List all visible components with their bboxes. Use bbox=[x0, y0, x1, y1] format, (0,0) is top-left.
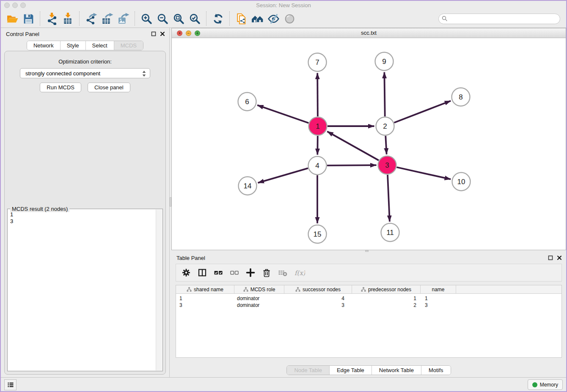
graph-node-label: 4 bbox=[315, 162, 319, 170]
search-input[interactable] bbox=[438, 14, 560, 24]
tab-edge-table[interactable]: Edge Table bbox=[329, 366, 372, 375]
tab-style[interactable]: Style bbox=[60, 41, 85, 50]
window-minimize-button[interactable] bbox=[12, 3, 18, 8]
table-panel-float-button[interactable] bbox=[548, 255, 553, 260]
graph-node[interactable]: 8 bbox=[452, 88, 470, 106]
table-cell[interactable]: 1 bbox=[176, 295, 234, 302]
import-table-button[interactable] bbox=[60, 11, 76, 27]
column-header-successor-nodes[interactable]: successor nodes bbox=[284, 285, 352, 293]
network-zoom-button[interactable]: + bbox=[195, 30, 200, 36]
window-zoom-button[interactable] bbox=[20, 3, 26, 8]
column-header-predecessor-nodes[interactable]: predecessor nodes bbox=[352, 285, 421, 293]
table-cell[interactable]: 3 bbox=[176, 302, 234, 309]
import-network-button[interactable] bbox=[44, 11, 60, 27]
tab-network-table[interactable]: Network Table bbox=[372, 366, 421, 375]
network-close-button[interactable]: × bbox=[177, 30, 182, 36]
export-network-button[interactable] bbox=[83, 11, 99, 27]
graph-edge[interactable] bbox=[385, 136, 386, 155]
window-title: Session: New Session bbox=[1, 1, 566, 10]
graph-edge[interactable] bbox=[258, 168, 308, 182]
table-cell[interactable]: dominator bbox=[234, 302, 284, 309]
graph-node[interactable]: 15 bbox=[308, 225, 327, 243]
graph-edge[interactable] bbox=[394, 101, 451, 123]
graph-edge[interactable] bbox=[327, 165, 377, 166]
result-item[interactable]: 3 bbox=[10, 218, 154, 225]
memory-button[interactable]: Memory bbox=[528, 379, 563, 390]
clone-network-button[interactable] bbox=[233, 11, 249, 27]
tab-motifs[interactable]: Motifs bbox=[421, 366, 451, 375]
hide-network-button[interactable] bbox=[265, 11, 281, 27]
tab-node-table[interactable]: Node Table bbox=[287, 366, 329, 375]
column-header-shared-name[interactable]: shared name bbox=[176, 285, 234, 293]
menu-list-button[interactable] bbox=[4, 379, 17, 390]
table-panel-close-button[interactable] bbox=[557, 255, 562, 260]
zoom-in-button[interactable] bbox=[138, 11, 154, 27]
fx-button[interactable]: f(x) bbox=[294, 268, 305, 277]
tab-network[interactable]: Network bbox=[27, 41, 60, 50]
import-network-icon bbox=[46, 13, 58, 25]
graph-edge[interactable] bbox=[384, 72, 385, 116]
control-panel-tab-bar: NetworkStyleSelectMCDS bbox=[27, 41, 143, 50]
add-column-button[interactable] bbox=[246, 268, 255, 277]
control-panel-float-button[interactable] bbox=[151, 31, 156, 36]
table-cell[interactable]: 1 bbox=[352, 295, 421, 302]
graph-node[interactable]: 6 bbox=[238, 93, 256, 111]
open-session-button[interactable] bbox=[4, 11, 20, 27]
zoom-selected-button[interactable] bbox=[187, 11, 203, 27]
optimization-criterion-select[interactable]: strongly connected component bbox=[20, 68, 150, 78]
gear-button[interactable] bbox=[182, 268, 191, 277]
delete-table-button[interactable] bbox=[278, 268, 287, 277]
graph-node-label: 10 bbox=[457, 178, 465, 186]
table-cell[interactable]: 4 bbox=[284, 295, 352, 302]
delete-column-button[interactable] bbox=[262, 268, 271, 277]
table-row[interactable]: 3dominator323 bbox=[176, 302, 561, 309]
zoom-fit-button[interactable] bbox=[171, 11, 187, 27]
graph-edge[interactable] bbox=[388, 175, 390, 222]
table-cell[interactable]: 3 bbox=[284, 302, 352, 309]
graph-node[interactable]: 1 bbox=[309, 117, 327, 135]
tab-mcds[interactable]: MCDS bbox=[114, 41, 143, 50]
graph-node[interactable]: 9 bbox=[375, 52, 394, 71]
tab-select[interactable]: Select bbox=[85, 41, 114, 50]
table-cell[interactable]: 1 bbox=[421, 295, 456, 302]
graph-node-label: 11 bbox=[386, 229, 394, 237]
graph-node[interactable]: 2 bbox=[376, 117, 394, 135]
columns-button[interactable] bbox=[198, 268, 207, 277]
save-session-button[interactable] bbox=[20, 11, 36, 27]
graph-node[interactable]: 11 bbox=[381, 224, 399, 242]
node-table: shared nameMCDS rolesuccessor nodesprede… bbox=[176, 285, 562, 358]
toolbar-separator bbox=[206, 11, 206, 26]
select-all-button[interactable] bbox=[214, 268, 223, 277]
table-cell[interactable]: 2 bbox=[352, 302, 421, 309]
export-image-button[interactable] bbox=[115, 11, 131, 27]
refresh-view-button[interactable] bbox=[210, 11, 226, 27]
graph-edge[interactable] bbox=[396, 167, 451, 179]
inactive-view-button[interactable] bbox=[281, 11, 297, 27]
network-canvas[interactable]: 7968124314101511 bbox=[172, 38, 566, 250]
graph-node[interactable]: 10 bbox=[452, 173, 471, 191]
graph-edge[interactable] bbox=[327, 131, 379, 160]
zoom-out-button[interactable] bbox=[154, 11, 171, 27]
close-mcds-panel-button[interactable]: Close panel bbox=[88, 83, 130, 92]
graph-node[interactable]: 4 bbox=[308, 157, 327, 175]
export-table-button[interactable] bbox=[99, 11, 115, 27]
table-row[interactable]: 1dominator411 bbox=[176, 295, 561, 302]
unselect-all-button[interactable] bbox=[230, 268, 239, 277]
network-minimize-button[interactable]: − bbox=[186, 30, 191, 36]
result-scrollbar[interactable] bbox=[156, 210, 162, 370]
home-button[interactable] bbox=[249, 11, 265, 27]
graph-edge[interactable] bbox=[317, 73, 318, 116]
run-mcds-button[interactable]: Run MCDS bbox=[40, 83, 81, 92]
graph-node[interactable]: 3 bbox=[378, 156, 396, 174]
graph-node[interactable]: 14 bbox=[239, 177, 257, 195]
table-cell[interactable]: dominator bbox=[234, 295, 284, 302]
window-close-button[interactable] bbox=[4, 3, 10, 8]
graph-node[interactable]: 7 bbox=[308, 53, 327, 72]
graph-edge[interactable] bbox=[257, 105, 308, 123]
table-cell[interactable]: 3 bbox=[421, 302, 456, 309]
application-window: Session: New Session Control Panel Netwo… bbox=[0, 0, 567, 392]
column-header-name[interactable]: name bbox=[421, 285, 456, 293]
control-panel-close-button[interactable] bbox=[160, 31, 165, 36]
result-item[interactable]: 1 bbox=[10, 211, 154, 218]
column-header-mcds-role[interactable]: MCDS role bbox=[234, 285, 284, 293]
